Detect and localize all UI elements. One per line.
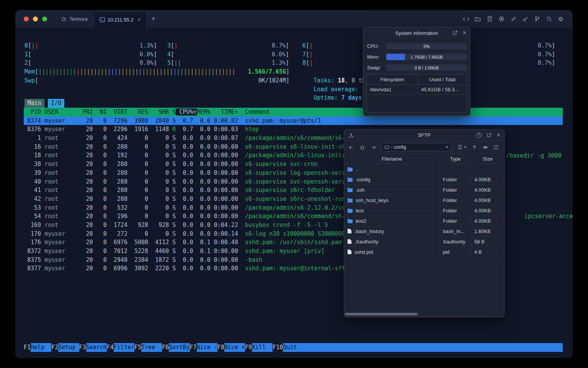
chevron-down-icon[interactable]: ▼ <box>445 145 449 149</box>
file-size: 4.00KB <box>471 205 504 215</box>
file-size: 58 B <box>471 237 504 246</box>
swap-meter: Swp[0K/1024M] <box>24 76 289 85</box>
app-window: Termora 10.211.55.2 × + <box>15 10 573 358</box>
up-directory-icon[interactable] <box>472 144 478 150</box>
cpu-meter-0: 0[||1.3%] <box>24 41 157 50</box>
file-name: .config <box>356 177 370 182</box>
close-panel-icon[interactable]: × <box>463 30 466 36</box>
cpu-meter-5: 5[||1.3%] <box>167 59 289 67</box>
fkey-help[interactable]: Help <box>31 343 51 352</box>
memory-usage-row: Mem: 1.75GB / 7.65GB <box>367 54 467 60</box>
fkey-filter[interactable]: Filter <box>114 343 134 352</box>
bookmark-icon <box>457 144 463 150</box>
home-icon[interactable] <box>359 144 365 150</box>
file-size: 4.00KB <box>471 174 504 184</box>
file-size: 4.00KB <box>471 195 504 205</box>
file-type: Folder <box>440 216 471 226</box>
file-size <box>471 164 504 174</box>
fkey-tree[interactable]: Tree <box>141 343 162 352</box>
open-in-new-window-icon[interactable] <box>452 30 458 36</box>
fkey-search[interactable]: Search <box>86 343 107 352</box>
swap-usage-row: Swap: 0 B / 1.00GB <box>367 64 467 71</box>
forward-icon[interactable] <box>370 144 376 150</box>
command-overflow-fragment: /basedir -g 3000 <box>506 151 562 160</box>
htop-tabs: Main I/O <box>24 99 64 108</box>
system-info-panel: System information × CPU: 0% Mem: 1.75GB… <box>363 27 470 116</box>
file-type: Folder <box>440 185 471 195</box>
file-icon <box>347 239 352 244</box>
cpu-meter-3: 3[|0.7%] <box>167 41 289 50</box>
file-name: .Xauthority <box>354 239 378 245</box>
fkey-nice-[interactable]: Nice + <box>224 343 245 352</box>
open-in-new-window-icon[interactable] <box>486 132 492 138</box>
preview-eye-icon[interactable] <box>482 144 488 150</box>
sftp-table-header: Filename Type Size <box>344 154 504 164</box>
close-panel-icon[interactable]: × <box>497 132 500 138</box>
process-row[interactable]: 8374 myuser 20 0 7296 3980 2840 S 0.7 0.… <box>24 117 563 125</box>
cpu-usage-bar: 0% <box>386 43 467 49</box>
sftp-file-row[interactable]: ssh_host_keysFolder4.00KB <box>344 195 504 205</box>
path-bar[interactable]: › config ▼ <box>381 143 451 151</box>
filesystem-row[interactable]: /dev/vda1 45.61GB / 58.3... <box>367 85 467 95</box>
folder-icon <box>347 208 353 213</box>
sftp-file-row[interactable]: .XauthorityXauthority58 B <box>344 237 504 247</box>
column-filename[interactable]: Filename <box>344 154 440 164</box>
swap-usage-bar: 0 B / 1.00GB <box>386 64 467 71</box>
process-table-header[interactable]: PID USER PRI NI VIRT RES SHR S CPU%▽MEM%… <box>24 108 563 117</box>
fkey-sortby[interactable]: SortBy <box>169 343 189 352</box>
file-type <box>440 164 471 174</box>
file-size: 1.60KB <box>471 226 504 236</box>
current-path: config <box>394 145 406 150</box>
filesystem-table-header: Filesystem Used / Total <box>367 75 467 85</box>
horizontal-scrollbar[interactable] <box>345 313 503 315</box>
fkey-kill[interactable]: Kill <box>252 343 273 352</box>
sftp-toolbar: › config ▼ ▼ <box>344 141 504 154</box>
file-name: test <box>356 208 364 214</box>
back-icon[interactable] <box>348 144 354 150</box>
sftp-file-row[interactable]: testFolder4.00KB <box>344 205 504 216</box>
column-size[interactable]: Size <box>471 154 504 164</box>
fkey-setup[interactable]: Setup <box>58 343 79 352</box>
sftp-header: SFTP ? × <box>344 130 504 141</box>
sftp-file-row[interactable]: .bash_historybash_hi...1.60KB <box>344 226 504 237</box>
folder-icon <box>347 167 353 172</box>
bookmarks-button[interactable]: ▼ <box>457 144 467 150</box>
file-name: .bash_history <box>354 228 384 234</box>
chevron-right-icon: › <box>391 145 392 150</box>
download-icon[interactable] <box>348 132 354 138</box>
column-type[interactable]: Type <box>440 154 471 164</box>
file-icon <box>347 228 352 234</box>
chevron-down-icon: ▼ <box>464 145 467 149</box>
sftp-file-row[interactable]: .. <box>344 164 504 174</box>
file-type: Folder <box>440 205 471 215</box>
folder-icon <box>347 187 353 192</box>
file-type: pid <box>440 247 471 257</box>
cpu-meter-4: 4[0.0%] <box>167 50 289 59</box>
sftp-file-row[interactable]: .configFolder4.00KB <box>344 174 504 185</box>
folder-icon <box>347 219 353 223</box>
file-name: .ssh <box>356 187 365 193</box>
command-overflow-fragment: ipcserver-access <box>524 212 573 221</box>
sftp-file-row[interactable]: test2Folder4.00KB <box>344 216 504 226</box>
scrollbar-thumb[interactable] <box>345 313 418 315</box>
folder-icon <box>347 198 353 203</box>
htop-tab-io[interactable]: I/O <box>48 99 64 108</box>
filesystem-table: Filesystem Used / Total /dev/vda1 45.61G… <box>366 74 467 113</box>
file-type: Folder <box>440 174 471 184</box>
computer-icon <box>384 145 389 150</box>
htop-tab-main[interactable]: Main <box>24 99 44 108</box>
file-type: Folder <box>440 195 471 205</box>
fkey-quit[interactable]: Quit <box>283 343 304 352</box>
cpu-meter-1: 1[0.0%] <box>24 50 157 59</box>
refresh-icon[interactable] <box>493 144 499 150</box>
file-type: bash_hi... <box>440 226 471 236</box>
file-name: ssh_host_keys <box>356 197 389 203</box>
file-name: test2 <box>356 218 366 224</box>
memory-usage-bar: 1.75GB / 7.65GB <box>386 54 467 60</box>
file-size: 4.00KB <box>471 216 504 226</box>
fkey-nice-[interactable]: Nice - <box>197 343 217 352</box>
sftp-panel: SFTP ? × › config <box>344 129 505 317</box>
sftp-file-row[interactable]: sshd.pidpid4 B <box>344 247 504 257</box>
help-icon[interactable]: ? <box>476 133 482 138</box>
sftp-file-row[interactable]: .sshFolder4.00KB <box>344 185 504 195</box>
